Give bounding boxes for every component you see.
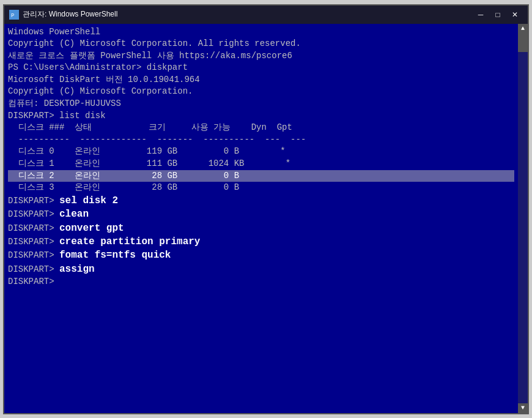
terminal-line: Copyright (C) Microsoft Corporation. All…	[8, 38, 514, 50]
scroll-track[interactable]	[518, 34, 528, 403]
final-prompt-line: DISKPART>	[8, 276, 514, 288]
terminal-line: Microsoft DiskPart 버전 10.0.19041.964	[8, 74, 514, 86]
command-text: create partition primary	[59, 236, 200, 247]
svg-text:P: P	[11, 13, 14, 18]
terminal-line: Copyright (C) Microsoft Corporation.	[8, 86, 514, 98]
terminal-line: Windows PowerShell	[8, 26, 514, 39]
terminal-line: 컴퓨터: DESKTOP-HUJUVSS	[8, 98, 514, 110]
command-text: assign	[59, 264, 95, 275]
titlebar-left: P 관리자: Windows PowerShell	[9, 9, 117, 20]
app-icon: P	[9, 10, 19, 20]
window-controls: ─ □ ✕	[473, 9, 523, 21]
table-header: 디스크 ### 상태 크기 사용 가능 Dyn Gpt	[8, 122, 514, 134]
prompt: DISKPART>	[8, 209, 59, 219]
command-text: convert gpt	[59, 223, 124, 234]
command-line: DISKPART> create partition primary	[8, 235, 514, 248]
prompt: DISKPART>	[8, 264, 59, 274]
scroll-down-button[interactable]: ▼	[518, 403, 528, 413]
final-prompt: DISKPART>	[8, 277, 59, 286]
content-area: Windows PowerShellCopyright (C) Microsof…	[4, 24, 528, 413]
minimize-button[interactable]: ─	[473, 9, 489, 21]
scroll-thumb[interactable]	[518, 34, 528, 52]
table-row: 디스크 3 온라인 28 GB 0 B	[8, 182, 514, 194]
command-text: clean	[59, 209, 89, 220]
command-line: DISKPART> assign	[8, 263, 514, 276]
scrollbar[interactable]: ▲ ▼	[518, 24, 528, 413]
terminal-line: PS C:\Users\Administrator> diskpart	[8, 62, 514, 74]
table-row: 디스크 1 온라인 111 GB 1024 KB *	[8, 158, 514, 170]
command-line: DISKPART> sel disk 2	[8, 194, 514, 207]
command-line: DISKPART> clean	[8, 207, 514, 221]
prompt: DISKPART>	[8, 250, 59, 260]
close-button[interactable]: ✕	[507, 9, 523, 21]
prompt: DISKPART>	[8, 196, 59, 206]
window-title: 관리자: Windows PowerShell	[23, 9, 117, 20]
table-row: 디스크 2 온라인 28 GB 0 B	[8, 170, 514, 182]
scroll-up-button[interactable]: ▲	[518, 24, 528, 34]
prompt: DISKPART>	[8, 237, 59, 247]
prompt: DISKPART>	[8, 223, 59, 233]
powershell-window: P 관리자: Windows PowerShell ─ □ ✕ Windows …	[3, 4, 529, 414]
terminal-line: 새로운 크로스 플랫폼 PowerShell 사용 https://aka.ms…	[8, 50, 514, 62]
table-separator: ---------- ------------- ------- -------…	[8, 134, 514, 146]
terminal-output[interactable]: Windows PowerShellCopyright (C) Microsof…	[4, 24, 518, 413]
command-line: DISKPART> convert gpt	[8, 222, 514, 235]
command-line: DISKPART> fomat fs=ntfs quick	[8, 248, 514, 262]
restore-button[interactable]: □	[490, 9, 506, 21]
terminal-line: DISKPART> list disk	[8, 110, 514, 122]
table-row: 디스크 0 온라인 119 GB 0 B *	[8, 146, 514, 158]
command-text: sel disk 2	[59, 195, 118, 206]
titlebar: P 관리자: Windows PowerShell ─ □ ✕	[4, 6, 528, 24]
command-text: fomat fs=ntfs quick	[59, 250, 171, 261]
